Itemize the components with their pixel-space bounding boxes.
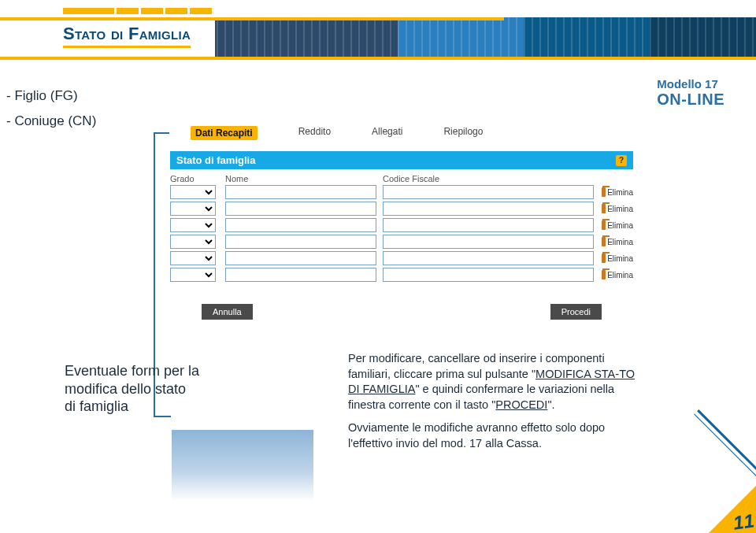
nome-input[interactable] [225,185,376,199]
cf-input[interactable] [383,202,594,216]
trash-icon [602,220,606,230]
title-text: Stato di Famiglia [63,24,191,43]
grado-select[interactable] [170,218,216,232]
page-number: 11 [732,509,755,533]
cf-input[interactable] [383,251,594,265]
trash-icon [602,204,606,213]
cf-input[interactable] [383,235,594,249]
grado-select[interactable] [170,185,216,199]
grado-select[interactable] [170,202,216,216]
delete-link[interactable]: Elimina [602,187,633,197]
col-cf: Codice Fiscale [383,174,602,183]
tab-reddito[interactable]: Reddito [298,126,331,140]
button-row: Annulla Procedi [170,304,633,320]
section-title: Stato di Famiglia [63,24,191,48]
grid-header: Grado Nome Codice Fiscale [170,174,633,185]
help-icon[interactable]: ? [616,155,627,166]
col-grado: Grado [170,174,225,183]
description-text: Per modificare, cancellare od inserire i… [348,351,639,451]
tabs-row: Dati Recapiti Reddito Allegati Riepilogo [191,126,633,140]
modello-badge: Modello 17 ON-LINE [657,77,724,109]
delete-link[interactable]: Elimina [602,254,633,263]
delete-link[interactable]: Elimina [602,204,633,213]
grado-select[interactable] [170,251,216,265]
trash-icon [602,237,606,246]
trash-icon [602,270,606,279]
cf-input[interactable] [383,218,594,232]
accent-bars [63,8,212,14]
table-row: Elimina [170,235,633,249]
table-row: Elimina [170,268,633,282]
page-corner: 11 [677,454,756,533]
gradient-box [172,430,313,501]
col-nome: Nome [225,174,383,183]
modello-line1: Modello 17 [657,77,724,91]
trash-icon [602,254,606,263]
table-row: Elimina [170,251,633,265]
form-screenshot: Dati Recapiti Reddito Allegati Riepilogo… [170,126,633,320]
modello-line2: ON-LINE [657,91,724,109]
procedi-button[interactable]: Procedi [550,304,602,320]
panel-title: Stato di famiglia [176,154,255,166]
nome-input[interactable] [225,268,376,282]
trash-icon [602,187,606,197]
table-row: Elimina [170,202,633,216]
tab-allegati[interactable]: Allegati [372,126,402,140]
cf-input[interactable] [383,268,594,282]
nome-input[interactable] [225,251,376,265]
delete-link[interactable]: Elimina [602,220,633,230]
nome-input[interactable] [225,202,376,216]
list-item: - Coniuge (CN) [6,113,96,129]
list-item: - Figlio (FG) [6,88,96,104]
annulla-button[interactable]: Annulla [202,304,253,320]
family-grid: Grado Nome Codice Fiscale EliminaElimina… [170,174,633,282]
tab-riepilogo[interactable]: Riepilogo [443,126,483,140]
accent-line-2 [0,57,756,60]
left-list: - Figlio (FG) - Coniuge (CN) [6,88,96,139]
grado-select[interactable] [170,268,216,282]
callout-label: Eventuale form per la modifica dello sta… [65,362,206,416]
panel-header: Stato di famiglia ? [170,151,633,169]
table-row: Elimina [170,218,633,232]
grado-select[interactable] [170,235,216,249]
delete-link[interactable]: Elimina [602,237,633,246]
nome-input[interactable] [225,218,376,232]
tab-dati-recapiti[interactable]: Dati Recapiti [191,126,258,140]
table-row: Elimina [170,185,633,199]
delete-link[interactable]: Elimina [602,270,633,279]
cf-input[interactable] [383,185,594,199]
nome-input[interactable] [225,235,376,249]
